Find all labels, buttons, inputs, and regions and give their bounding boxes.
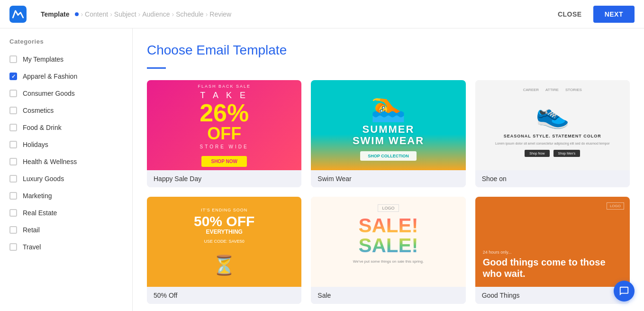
active-dot-icon bbox=[75, 12, 79, 16]
template-preview-fifty-off: IT'S ENDING SOON 50% OFF EVERYTHING USE … bbox=[147, 197, 301, 287]
sidebar-item-cosmetics[interactable]: Cosmetics bbox=[0, 102, 132, 119]
next-button[interactable]: NEXT bbox=[593, 6, 635, 23]
template-label-fifty-off: 50% Off bbox=[147, 287, 301, 304]
hourglass-icon: ⏳ bbox=[212, 254, 236, 276]
breadcrumb-subject[interactable]: Subject bbox=[114, 10, 136, 18]
template-card-good-things[interactable]: LOGO 24 hours only... Good things come t… bbox=[475, 197, 630, 304]
tpl-fifty-visual: IT'S ENDING SOON 50% OFF EVERYTHING USE … bbox=[147, 197, 301, 287]
template-preview-happy-sale-day: FLASH BACK SALE T A K E 26% OFF STORE WI… bbox=[147, 80, 301, 170]
template-card-happy-sale-day[interactable]: FLASH BACK SALE T A K E 26% OFF STORE WI… bbox=[147, 80, 301, 187]
main-content: Choose Email Template FLASH BACK SALE T … bbox=[133, 28, 644, 311]
sidebar-item-food-drink[interactable]: Food & Drink bbox=[0, 119, 132, 136]
breadcrumb-template[interactable]: Template bbox=[41, 10, 79, 18]
arrow-icon: › bbox=[138, 10, 141, 18]
checkbox-food-drink[interactable] bbox=[9, 124, 17, 131]
swim-pool-icon: 🏊 bbox=[371, 90, 406, 123]
checkbox-consumer-goods[interactable] bbox=[9, 90, 17, 97]
breadcrumb-schedule[interactable]: Schedule bbox=[176, 10, 203, 18]
template-preview-swim-wear: 🏊 SUMMER SWIM WEAR SHOP COLLECTION bbox=[311, 80, 465, 170]
checkbox-real-estate[interactable] bbox=[9, 209, 17, 217]
checkbox-luxury-goods[interactable] bbox=[9, 175, 17, 183]
breadcrumb-review[interactable]: Review bbox=[209, 10, 231, 18]
header-actions: CLOSE NEXT bbox=[552, 6, 635, 23]
tpl-swim-cta[interactable]: SHOP COLLECTION bbox=[360, 151, 416, 161]
header: Template › Content › Subject › Audience … bbox=[0, 0, 644, 28]
chat-icon bbox=[619, 286, 629, 296]
template-label-sale-sale: Sale bbox=[311, 287, 465, 304]
checkbox-retail[interactable] bbox=[9, 226, 17, 234]
sidebar: Categories My Templates Apparel & Fashio… bbox=[0, 28, 133, 311]
tpl-happy-sale-cta[interactable]: SHOP NOW bbox=[201, 156, 246, 167]
tpl-happy-sale-visual: FLASH BACK SALE T A K E 26% OFF STORE WI… bbox=[147, 80, 301, 170]
tpl-good-visual: LOGO 24 hours only... Good things come t… bbox=[475, 197, 630, 287]
sidebar-item-retail[interactable]: Retail bbox=[0, 221, 132, 238]
checkbox-marketing[interactable] bbox=[9, 192, 17, 200]
sidebar-item-travel[interactable]: Travel bbox=[0, 238, 132, 256]
checkbox-my-templates[interactable] bbox=[9, 55, 17, 63]
template-card-sale-sale[interactable]: LOGO SALE!SALE! We've put some things on… bbox=[311, 197, 465, 304]
sidebar-item-holidays[interactable]: Holidays bbox=[0, 136, 132, 153]
template-label-swim-wear: Swim Wear bbox=[311, 170, 465, 187]
arrow-icon: › bbox=[206, 10, 208, 18]
sidebar-item-apparel-fashion[interactable]: Apparel & Fashion bbox=[0, 68, 132, 85]
chat-bubble-button[interactable] bbox=[614, 281, 635, 302]
logo-icon bbox=[9, 6, 27, 23]
checkbox-cosmetics[interactable] bbox=[9, 107, 17, 114]
shoe-icon: 👟 bbox=[535, 98, 570, 130]
template-preview-shoe-on: CAREER ATTIRE STORIES 👟 SEASONAL STYLE. … bbox=[475, 80, 630, 170]
arrow-icon: › bbox=[110, 10, 112, 18]
close-button[interactable]: CLOSE bbox=[552, 7, 588, 22]
sidebar-title: Categories bbox=[0, 38, 132, 51]
template-preview-sale-sale: LOGO SALE!SALE! We've put some things on… bbox=[311, 197, 465, 287]
tpl-sale-visual: LOGO SALE!SALE! We've put some things on… bbox=[311, 197, 465, 287]
tpl-shoe-visual: CAREER ATTIRE STORIES 👟 SEASONAL STYLE. … bbox=[475, 80, 630, 170]
template-card-shoe-on[interactable]: CAREER ATTIRE STORIES 👟 SEASONAL STYLE. … bbox=[475, 80, 630, 187]
breadcrumb-content[interactable]: Content bbox=[85, 10, 108, 18]
main-layout: Categories My Templates Apparel & Fashio… bbox=[0, 28, 644, 311]
checkbox-travel[interactable] bbox=[9, 243, 17, 251]
template-card-fifty-off[interactable]: IT'S ENDING SOON 50% OFF EVERYTHING USE … bbox=[147, 197, 301, 304]
checkbox-holidays[interactable] bbox=[9, 141, 17, 148]
sidebar-item-luxury-goods[interactable]: Luxury Goods bbox=[0, 170, 132, 187]
arrow-icon: › bbox=[172, 10, 174, 18]
template-label-good-things: Good Things bbox=[475, 287, 630, 304]
tpl-shoe-btn2[interactable]: Shop Men's bbox=[553, 150, 581, 157]
breadcrumb: Template › Content › Subject › Audience … bbox=[41, 10, 552, 18]
checkbox-apparel-fashion[interactable] bbox=[9, 73, 17, 80]
tpl-shoe-btn1[interactable]: Shop Now bbox=[525, 150, 549, 157]
title-underline bbox=[147, 67, 166, 69]
template-grid: FLASH BACK SALE T A K E 26% OFF STORE WI… bbox=[147, 80, 630, 304]
template-card-swim-wear[interactable]: 🏊 SUMMER SWIM WEAR SHOP COLLECTION Swim … bbox=[311, 80, 465, 187]
tpl-swim-visual: 🏊 SUMMER SWIM WEAR SHOP COLLECTION bbox=[311, 80, 465, 170]
arrow-icon: › bbox=[81, 10, 83, 18]
checkbox-health-wellness[interactable] bbox=[9, 158, 17, 165]
template-label-happy-sale-day: Happy Sale Day bbox=[147, 170, 301, 187]
sidebar-item-health-wellness[interactable]: Health & Wellness bbox=[0, 153, 132, 170]
sidebar-item-my-templates[interactable]: My Templates bbox=[0, 51, 132, 68]
template-preview-good-things: LOGO 24 hours only... Good things come t… bbox=[475, 197, 630, 287]
page-title: Choose Email Template bbox=[147, 43, 630, 58]
template-label-shoe-on: Shoe on bbox=[475, 170, 630, 187]
sidebar-item-real-estate[interactable]: Real Estate bbox=[0, 204, 132, 221]
breadcrumb-audience[interactable]: Audience bbox=[142, 10, 170, 18]
sidebar-item-marketing[interactable]: Marketing bbox=[0, 187, 132, 204]
sidebar-item-consumer-goods[interactable]: Consumer Goods bbox=[0, 85, 132, 102]
